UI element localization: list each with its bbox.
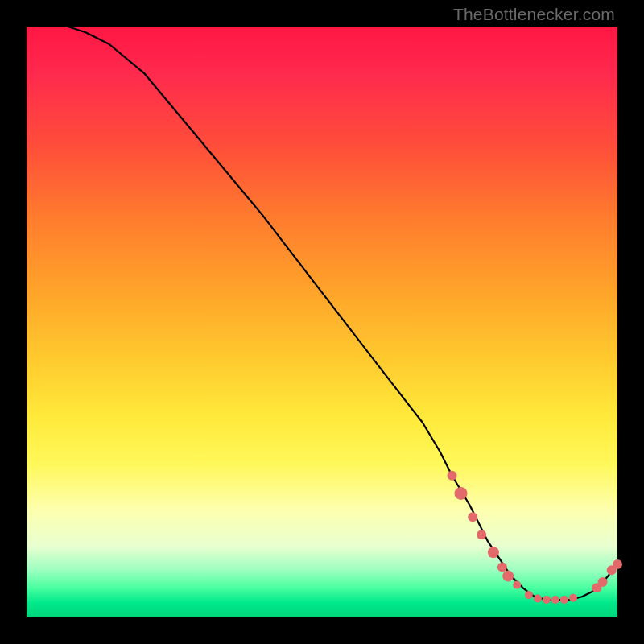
marker-dot xyxy=(502,571,514,582)
marker-dot xyxy=(560,596,568,604)
marker-dot xyxy=(543,596,551,604)
marker-dot xyxy=(525,591,533,599)
marker-dot xyxy=(598,577,608,587)
attribution-text: TheBottlenecker.com xyxy=(453,5,615,24)
marker-dot xyxy=(448,471,457,481)
marker-dot xyxy=(569,594,577,602)
marker-dot xyxy=(497,563,507,572)
marker-dot xyxy=(468,512,477,522)
marker-dot xyxy=(613,559,622,569)
marker-dot xyxy=(534,595,542,603)
marker-dot xyxy=(477,530,486,539)
curve-layer xyxy=(27,27,617,617)
marker-dot xyxy=(455,487,468,500)
marker-dot xyxy=(551,596,559,604)
plot-area xyxy=(27,27,617,617)
marker-dot xyxy=(488,547,499,558)
chart-frame: TheBottlenecker.com xyxy=(0,0,644,644)
bottleneck-curve xyxy=(68,27,617,600)
highlight-markers xyxy=(448,471,623,604)
marker-dot xyxy=(513,581,521,589)
